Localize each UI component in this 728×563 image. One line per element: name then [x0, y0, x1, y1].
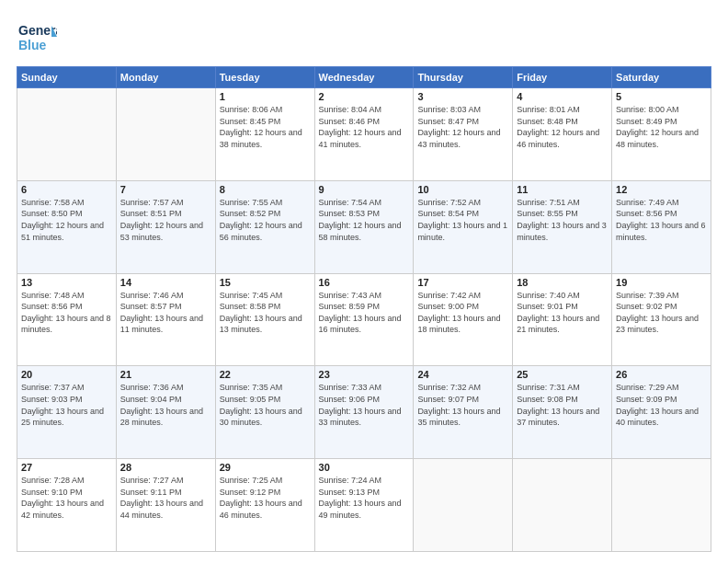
day-number: 22 — [220, 369, 311, 380]
day-number: 13 — [21, 277, 112, 288]
calendar-cell: 30Sunrise: 7:24 AM Sunset: 9:13 PM Dayli… — [314, 459, 414, 552]
calendar-cell: 25Sunrise: 7:31 AM Sunset: 9:08 PM Dayli… — [513, 366, 612, 459]
day-info: Sunrise: 7:58 AM Sunset: 8:50 PM Dayligh… — [21, 197, 112, 243]
header: General Blue — [17, 17, 711, 57]
calendar-day-header: Monday — [116, 67, 215, 88]
calendar-week-row: 13Sunrise: 7:48 AM Sunset: 8:56 PM Dayli… — [17, 273, 711, 366]
calendar-cell: 28Sunrise: 7:27 AM Sunset: 9:11 PM Dayli… — [116, 459, 215, 552]
day-number: 9 — [319, 184, 410, 195]
day-number: 23 — [319, 369, 410, 380]
calendar-cell: 26Sunrise: 7:29 AM Sunset: 9:09 PM Dayli… — [612, 366, 711, 459]
day-number: 7 — [120, 184, 211, 195]
calendar-cell: 7Sunrise: 7:57 AM Sunset: 8:51 PM Daylig… — [116, 180, 215, 273]
day-info: Sunrise: 7:29 AM Sunset: 9:09 PM Dayligh… — [616, 382, 707, 428]
day-number: 8 — [220, 184, 311, 195]
calendar-cell: 17Sunrise: 7:42 AM Sunset: 9:00 PM Dayli… — [414, 273, 513, 366]
calendar-cell: 3Sunrise: 8:03 AM Sunset: 8:47 PM Daylig… — [414, 88, 513, 181]
calendar-cell: 1Sunrise: 8:06 AM Sunset: 8:45 PM Daylig… — [215, 88, 314, 181]
day-number: 6 — [21, 184, 112, 195]
day-number: 30 — [319, 462, 410, 473]
day-info: Sunrise: 7:32 AM Sunset: 9:07 PM Dayligh… — [417, 382, 508, 428]
day-number: 16 — [319, 277, 410, 288]
calendar-cell: 13Sunrise: 7:48 AM Sunset: 8:56 PM Dayli… — [17, 273, 117, 366]
day-info: Sunrise: 7:55 AM Sunset: 8:52 PM Dayligh… — [220, 197, 311, 243]
calendar-cell: 16Sunrise: 7:43 AM Sunset: 8:59 PM Dayli… — [314, 273, 414, 366]
day-info: Sunrise: 7:48 AM Sunset: 8:56 PM Dayligh… — [21, 290, 112, 336]
calendar-cell: 11Sunrise: 7:51 AM Sunset: 8:55 PM Dayli… — [513, 180, 612, 273]
calendar-cell: 20Sunrise: 7:37 AM Sunset: 9:03 PM Dayli… — [17, 366, 117, 459]
day-info: Sunrise: 7:51 AM Sunset: 8:55 PM Dayligh… — [517, 197, 608, 243]
day-info: Sunrise: 7:57 AM Sunset: 8:51 PM Dayligh… — [120, 197, 211, 243]
day-info: Sunrise: 7:49 AM Sunset: 8:56 PM Dayligh… — [616, 197, 707, 243]
day-number: 18 — [517, 277, 608, 288]
day-number: 4 — [517, 91, 608, 102]
day-number: 20 — [21, 369, 112, 380]
day-info: Sunrise: 8:06 AM Sunset: 8:45 PM Dayligh… — [220, 104, 311, 150]
day-number: 1 — [220, 91, 311, 102]
day-number: 12 — [616, 184, 707, 195]
calendar-header-row: SundayMondayTuesdayWednesdayThursdayFrid… — [17, 67, 711, 88]
day-number: 19 — [616, 277, 707, 288]
day-number: 25 — [517, 369, 608, 380]
day-info: Sunrise: 7:33 AM Sunset: 9:06 PM Dayligh… — [319, 382, 410, 428]
calendar-cell: 18Sunrise: 7:40 AM Sunset: 9:01 PM Dayli… — [513, 273, 612, 366]
calendar-day-header: Sunday — [17, 67, 117, 88]
day-info: Sunrise: 7:25 AM Sunset: 9:12 PM Dayligh… — [220, 475, 311, 521]
day-info: Sunrise: 7:28 AM Sunset: 9:10 PM Dayligh… — [21, 475, 112, 521]
day-info: Sunrise: 7:39 AM Sunset: 9:02 PM Dayligh… — [616, 290, 707, 336]
day-info: Sunrise: 7:43 AM Sunset: 8:59 PM Dayligh… — [319, 290, 410, 336]
calendar-week-row: 27Sunrise: 7:28 AM Sunset: 9:10 PM Dayli… — [17, 459, 711, 552]
day-number: 28 — [120, 462, 211, 473]
calendar-week-row: 20Sunrise: 7:37 AM Sunset: 9:03 PM Dayli… — [17, 366, 711, 459]
page: General Blue SundayMondayTuesdayWednesda… — [0, 0, 728, 563]
day-number: 26 — [616, 369, 707, 380]
day-info: Sunrise: 7:46 AM Sunset: 8:57 PM Dayligh… — [120, 290, 211, 336]
day-number: 21 — [120, 369, 211, 380]
svg-text:General: General — [18, 23, 57, 38]
calendar-cell: 2Sunrise: 8:04 AM Sunset: 8:46 PM Daylig… — [314, 88, 414, 181]
day-info: Sunrise: 7:37 AM Sunset: 9:03 PM Dayligh… — [21, 382, 112, 428]
calendar-cell: 8Sunrise: 7:55 AM Sunset: 8:52 PM Daylig… — [215, 180, 314, 273]
day-info: Sunrise: 8:00 AM Sunset: 8:49 PM Dayligh… — [616, 104, 707, 150]
calendar-cell: 19Sunrise: 7:39 AM Sunset: 9:02 PM Dayli… — [612, 273, 711, 366]
calendar-day-header: Wednesday — [314, 67, 414, 88]
calendar-cell — [116, 88, 215, 181]
calendar-cell: 29Sunrise: 7:25 AM Sunset: 9:12 PM Dayli… — [215, 459, 314, 552]
svg-text:Blue: Blue — [18, 38, 47, 52]
calendar-cell: 15Sunrise: 7:45 AM Sunset: 8:58 PM Dayli… — [215, 273, 314, 366]
day-number: 27 — [21, 462, 112, 473]
calendar-cell — [17, 88, 117, 181]
day-info: Sunrise: 7:36 AM Sunset: 9:04 PM Dayligh… — [120, 382, 211, 428]
calendar-day-header: Friday — [513, 67, 612, 88]
calendar-table: SundayMondayTuesdayWednesdayThursdayFrid… — [17, 66, 711, 552]
day-number: 5 — [616, 91, 707, 102]
day-number: 11 — [517, 184, 608, 195]
calendar-cell: 4Sunrise: 8:01 AM Sunset: 8:48 PM Daylig… — [513, 88, 612, 181]
calendar-cell: 9Sunrise: 7:54 AM Sunset: 8:53 PM Daylig… — [314, 180, 414, 273]
day-number: 2 — [319, 91, 410, 102]
day-info: Sunrise: 7:52 AM Sunset: 8:54 PM Dayligh… — [417, 197, 508, 243]
calendar-day-header: Tuesday — [215, 67, 314, 88]
logo: General Blue — [17, 17, 57, 57]
calendar-cell: 22Sunrise: 7:35 AM Sunset: 9:05 PM Dayli… — [215, 366, 314, 459]
day-info: Sunrise: 8:03 AM Sunset: 8:47 PM Dayligh… — [417, 104, 508, 150]
day-number: 29 — [220, 462, 311, 473]
day-info: Sunrise: 7:40 AM Sunset: 9:01 PM Dayligh… — [517, 290, 608, 336]
calendar-cell — [513, 459, 612, 552]
calendar-day-header: Thursday — [414, 67, 513, 88]
day-info: Sunrise: 7:27 AM Sunset: 9:11 PM Dayligh… — [120, 475, 211, 521]
day-info: Sunrise: 7:54 AM Sunset: 8:53 PM Dayligh… — [319, 197, 410, 243]
day-number: 15 — [220, 277, 311, 288]
calendar-cell — [612, 459, 711, 552]
calendar-day-header: Saturday — [612, 67, 711, 88]
calendar-cell: 6Sunrise: 7:58 AM Sunset: 8:50 PM Daylig… — [17, 180, 117, 273]
day-info: Sunrise: 7:24 AM Sunset: 9:13 PM Dayligh… — [319, 475, 410, 521]
calendar-cell: 24Sunrise: 7:32 AM Sunset: 9:07 PM Dayli… — [414, 366, 513, 459]
calendar-week-row: 6Sunrise: 7:58 AM Sunset: 8:50 PM Daylig… — [17, 180, 711, 273]
day-info: Sunrise: 8:04 AM Sunset: 8:46 PM Dayligh… — [319, 104, 410, 150]
day-info: Sunrise: 7:35 AM Sunset: 9:05 PM Dayligh… — [220, 382, 311, 428]
day-info: Sunrise: 8:01 AM Sunset: 8:48 PM Dayligh… — [517, 104, 608, 150]
day-number: 3 — [417, 91, 508, 102]
day-number: 14 — [120, 277, 211, 288]
calendar-cell: 5Sunrise: 8:00 AM Sunset: 8:49 PM Daylig… — [612, 88, 711, 181]
